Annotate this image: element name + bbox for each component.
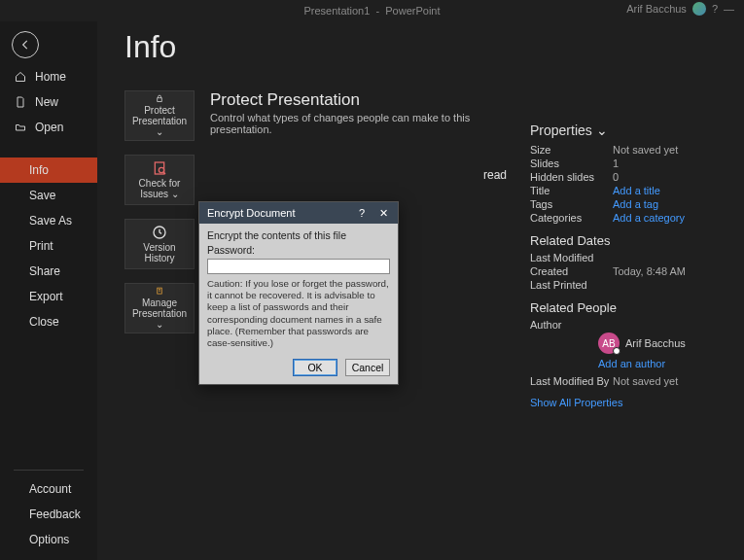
sidebar-item-export[interactable]: Export	[0, 284, 97, 309]
ok-button[interactable]: OK	[293, 359, 337, 376]
user-avatar-icon[interactable]	[692, 2, 706, 16]
property-value[interactable]: Add a tag	[613, 198, 658, 210]
sidebar-item-share[interactable]: Share	[0, 259, 97, 284]
date-key: Created	[530, 265, 613, 277]
property-key: Hidden slides	[530, 171, 613, 183]
chevron-down-icon: ⌄	[596, 122, 608, 138]
lock-icon	[152, 94, 167, 103]
partial-text: read	[483, 168, 507, 182]
property-value: 0	[613, 171, 619, 183]
sidebar-label: Info	[29, 163, 49, 177]
dialog-help-button[interactable]: ?	[351, 207, 372, 219]
properties-header[interactable]: Properties ⌄	[530, 122, 725, 138]
version-history-tile[interactable]: Version History	[124, 219, 195, 269]
history-icon	[152, 225, 167, 240]
related-people-header: Related People	[530, 300, 725, 315]
sidebar-label: New	[35, 95, 58, 109]
protect-presentation-tile[interactable]: Protect Presentation ⌄	[124, 90, 195, 141]
author-name: Arif Bacchus	[625, 337, 686, 349]
dialog-close-button[interactable]: ✕	[372, 207, 394, 220]
manage-icon	[152, 287, 167, 296]
date-key: Last Modified	[530, 252, 613, 263]
open-icon	[14, 121, 27, 134]
property-key: Slides	[530, 158, 613, 169]
property-row: Hidden slides0	[530, 171, 725, 183]
sidebar-label: Feedback	[29, 508, 81, 521]
new-icon	[14, 95, 27, 109]
property-value: Not saved yet	[613, 144, 678, 156]
date-value: Today, 8:48 AM	[613, 265, 686, 277]
sidebar-item-feedback[interactable]: Feedback	[0, 502, 97, 527]
sidebar-item-account[interactable]: Account	[0, 476, 97, 502]
sidebar-item-save[interactable]: Save	[0, 183, 97, 208]
property-value[interactable]: Add a title	[613, 185, 660, 196]
sidebar-label: Save As	[29, 214, 72, 228]
last-modified-by-label: Last Modified By	[530, 375, 613, 387]
sidebar-item-save-as[interactable]: Save As	[0, 208, 97, 233]
sidebar-label: Options	[29, 533, 69, 546]
chevron-down-icon: ⌄	[171, 189, 179, 199]
inspect-icon	[152, 160, 167, 176]
encrypt-document-dialog: Encrypt Document ? ✕ Encrypt the content…	[198, 201, 399, 385]
chevron-down-icon: ⌄	[156, 319, 163, 330]
svg-point-2	[159, 167, 163, 172]
page-title: Info	[124, 29, 511, 65]
property-row: TitleAdd a title	[530, 185, 725, 196]
sidebar-label: Close	[29, 315, 59, 329]
sidebar-item-new[interactable]: New	[0, 89, 97, 115]
manage-presentation-tile[interactable]: Manage Presentation ⌄	[124, 283, 195, 333]
password-input[interactable]	[207, 259, 390, 274]
sidebar-label: Home	[35, 70, 66, 84]
sidebar-label: Export	[29, 290, 63, 303]
sidebar-item-home[interactable]: Home	[0, 64, 97, 89]
property-row: Slides1	[530, 158, 725, 169]
sidebar-item-print[interactable]: Print	[0, 233, 97, 259]
cancel-button[interactable]: Cancel	[345, 359, 390, 376]
check-for-issues-tile[interactable]: Check for Issues ⌄	[124, 155, 195, 205]
property-row: TagsAdd a tag	[530, 198, 725, 210]
protect-title: Protect Presentation	[210, 90, 511, 110]
property-value[interactable]: Add a category	[613, 212, 685, 224]
date-key: Last Printed	[530, 279, 613, 291]
help-icon[interactable]: ?	[712, 3, 718, 15]
dialog-subtitle: Encrypt the contents of this file	[207, 229, 390, 241]
date-row: Last Modified	[530, 252, 725, 263]
property-key: Categories	[530, 212, 613, 224]
sidebar-label: Open	[35, 121, 63, 134]
last-modified-by-value: Not saved yet	[613, 375, 678, 387]
svg-rect-0	[158, 98, 162, 102]
property-row: CategoriesAdd a category	[530, 212, 725, 224]
minimize-icon[interactable]: —	[724, 3, 734, 15]
sidebar-item-info[interactable]: Info	[0, 158, 97, 183]
sidebar-label: Account	[29, 482, 71, 496]
sidebar-item-open[interactable]: Open	[0, 115, 97, 140]
related-dates-header: Related Dates	[530, 233, 725, 248]
sidebar-label: Share	[29, 264, 60, 278]
sidebar-label: Save	[29, 189, 55, 202]
sidebar-item-options[interactable]: Options	[0, 527, 97, 552]
property-value: 1	[613, 158, 619, 169]
back-button[interactable]	[12, 31, 39, 58]
chevron-down-icon: ⌄	[156, 126, 163, 137]
add-author-link[interactable]: Add an author	[598, 358, 665, 369]
dialog-title-text: Encrypt Document	[207, 207, 295, 219]
sidebar-label: Print	[29, 239, 53, 253]
property-key: Size	[530, 144, 613, 156]
doc-title: Presentation1 - PowerPoint	[303, 5, 440, 17]
sidebar-item-close[interactable]: Close	[0, 309, 97, 334]
title-bar: Presentation1 - PowerPoint Arif Bacchus …	[0, 0, 744, 21]
home-icon	[14, 70, 27, 84]
property-key: Title	[530, 185, 613, 196]
show-all-properties-link[interactable]: Show All Properties	[530, 397, 725, 408]
dialog-caution-text: Caution: If you lose or forget the passw…	[207, 278, 390, 349]
date-row: Last Printed	[530, 279, 725, 291]
date-row: CreatedToday, 8:48 AM	[530, 265, 725, 277]
author-label: Author	[530, 319, 613, 331]
property-row: SizeNot saved yet	[530, 144, 725, 156]
author-avatar-icon[interactable]: AB	[598, 332, 620, 354]
backstage-sidebar: Home New Open Info Save Save As Print Sh…	[0, 21, 97, 560]
password-label: Password:	[207, 244, 390, 256]
property-key: Tags	[530, 198, 613, 210]
protect-desc: Control what types of changes people can…	[210, 112, 511, 135]
user-name: Arif Bacchus	[626, 3, 687, 15]
